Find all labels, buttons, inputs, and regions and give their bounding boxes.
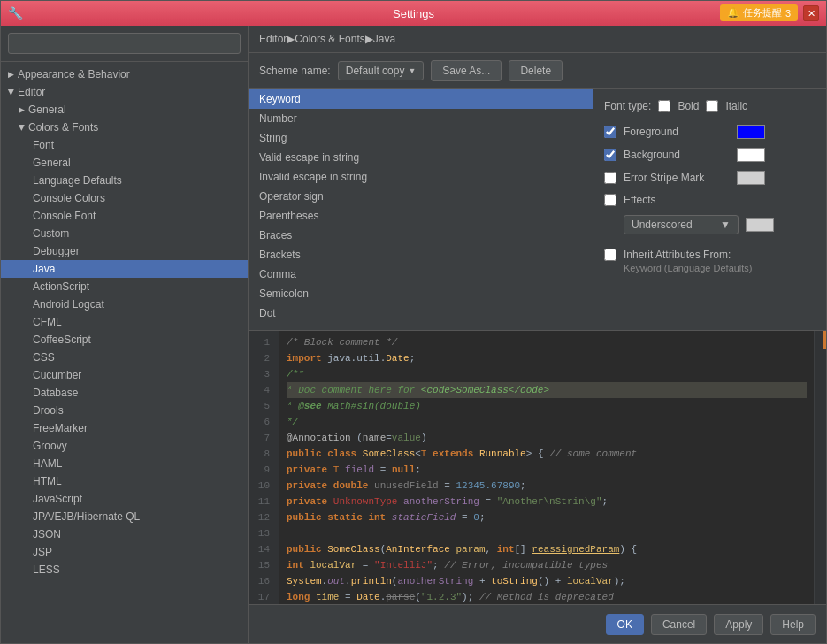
code-area: /* Block comment */ import java.util.Dat… xyxy=(279,331,814,604)
error-stripe-color-swatch[interactable] xyxy=(737,171,765,185)
breadcrumb: Editor ▶ Colors & Fonts ▶ Java xyxy=(249,26,826,53)
list-item-brackets[interactable]: Brackets xyxy=(249,245,593,264)
code-line-15: int localVar = "IntelliJ"; // Error, inc… xyxy=(287,557,807,573)
code-line-5: * @see Math#sin(double) xyxy=(287,398,807,414)
bold-label: Bold xyxy=(678,100,699,112)
delete-button[interactable]: Delete xyxy=(509,60,563,81)
sidebar-item-label: Editor xyxy=(18,86,45,98)
sidebar-item-general2[interactable]: General xyxy=(1,154,248,172)
sidebar-item-console-colors[interactable]: Console Colors xyxy=(1,189,248,207)
code-line-9: private T field = null; xyxy=(287,462,807,478)
ok-button[interactable]: OK xyxy=(606,614,644,635)
sidebar-item-label: Custom xyxy=(33,227,69,240)
sidebar-item-groovy[interactable]: Groovy xyxy=(1,437,248,455)
sidebar-item-label: JSON xyxy=(33,528,61,540)
close-button[interactable]: ✕ xyxy=(803,5,819,21)
font-type-label: Font type: xyxy=(604,100,651,112)
italic-checkbox[interactable] xyxy=(706,100,718,112)
sidebar-item-coffeescript[interactable]: CoffeeScript xyxy=(1,331,248,349)
sidebar-item-label: Drools xyxy=(33,404,64,417)
list-item-invalid-escape[interactable]: Invalid escape in string xyxy=(249,167,593,187)
code-line-14: public SomeClass(AnInterface param, int[… xyxy=(287,541,807,557)
sidebar-item-freemarker[interactable]: FreeMarker xyxy=(1,419,248,437)
sidebar-item-custom[interactable]: Custom xyxy=(1,225,248,242)
save-as-button[interactable]: Save As... xyxy=(431,60,502,81)
sidebar-item-editor[interactable]: ▶ Editor xyxy=(1,83,248,101)
underscored-label: Underscored xyxy=(632,218,693,231)
inherit-checkbox[interactable] xyxy=(604,249,616,261)
list-item-string[interactable]: String xyxy=(249,128,593,148)
breadcrumb-editor: Editor xyxy=(259,33,287,45)
sidebar-item-javascript[interactable]: JavaScript xyxy=(1,490,248,508)
sidebar-item-cfml[interactable]: CFML xyxy=(1,313,248,331)
list-item-dot[interactable]: Dot xyxy=(249,303,593,323)
sidebar-item-label: Console Colors xyxy=(33,192,105,204)
sidebar-item-colors-fonts[interactable]: ▶ Colors & Fonts xyxy=(1,119,248,136)
sidebar-item-label: Java xyxy=(33,263,55,275)
list-item-valid-escape[interactable]: Valid escape in string xyxy=(249,148,593,167)
effects-dropdown-row: Underscored ▼ xyxy=(624,215,816,234)
content-area: ▶ Appearance & Behavior ▶ Editor ▶ Gener… xyxy=(1,26,826,643)
inherit-from: Keyword (Language Defaults) xyxy=(624,263,816,273)
code-line-12: public static int staticField = 0; xyxy=(287,510,807,525)
background-checkbox[interactable] xyxy=(604,149,616,161)
sidebar-item-label: HTML xyxy=(33,475,62,487)
line-num: 11 xyxy=(249,494,273,510)
sidebar-item-jpa[interactable]: JPA/EJB/Hibernate QL xyxy=(1,508,248,525)
right-panel: Editor ▶ Colors & Fonts ▶ Java Scheme na… xyxy=(249,26,826,643)
foreground-color-swatch[interactable] xyxy=(737,125,765,139)
apply-button[interactable]: Apply xyxy=(714,614,763,635)
sidebar-item-database[interactable]: Database xyxy=(1,384,248,402)
sidebar-item-label: JSP xyxy=(33,546,52,558)
list-item-number[interactable]: Number xyxy=(249,109,593,128)
notification-widget[interactable]: 🔔 任务提醒 3 xyxy=(720,4,798,21)
sidebar-item-haml[interactable]: HAML xyxy=(1,455,248,472)
effects-dropdown[interactable]: Underscored ▼ xyxy=(624,215,739,234)
sidebar-item-console-font[interactable]: Console Font xyxy=(1,207,248,225)
list-item-comma[interactable]: Comma xyxy=(249,264,593,284)
sidebar-item-css[interactable]: CSS xyxy=(1,349,248,366)
scheme-row: Scheme name: Default copy ▼ Save As... D… xyxy=(249,53,826,89)
sidebar-item-less[interactable]: LESS xyxy=(1,561,248,579)
scheme-current-value: Default copy xyxy=(346,65,405,77)
foreground-checkbox[interactable] xyxy=(604,126,616,138)
sidebar-item-drools[interactable]: Drools xyxy=(1,402,248,419)
effects-checkbox[interactable] xyxy=(604,194,616,206)
background-color-swatch[interactable] xyxy=(737,148,765,162)
error-stripe-checkbox[interactable] xyxy=(604,172,616,184)
sidebar-item-general[interactable]: ▶ General xyxy=(1,101,248,119)
effects-color-swatch[interactable] xyxy=(746,218,774,232)
list-item-semicolon[interactable]: Semicolon xyxy=(249,284,593,303)
cancel-button[interactable]: Cancel xyxy=(651,614,707,635)
list-item-keyword[interactable]: Keyword xyxy=(249,89,593,109)
sidebar-item-jsp[interactable]: JSP xyxy=(1,543,248,561)
breadcrumb-sep-1: ▶ xyxy=(287,33,295,45)
sidebar-item-label: Android Logcat xyxy=(33,298,104,310)
sidebar-item-font[interactable]: Font xyxy=(1,136,248,154)
sidebar-item-language-defaults[interactable]: Language Defaults xyxy=(1,172,248,189)
list-item-operator[interactable]: Operator sign xyxy=(249,187,593,206)
line-num: 5 xyxy=(249,398,273,414)
code-scrollbar[interactable] xyxy=(814,331,826,604)
sidebar-item-java[interactable]: Java xyxy=(1,260,248,278)
sidebar-item-html[interactable]: HTML xyxy=(1,472,248,490)
line-num: 14 xyxy=(249,541,273,557)
help-button[interactable]: Help xyxy=(770,614,816,635)
sidebar-item-android-logcat[interactable]: Android Logcat xyxy=(1,295,248,313)
notification-icon: 🔔 xyxy=(727,7,739,19)
bold-checkbox[interactable] xyxy=(658,100,670,112)
settings-window: 🔧 Settings ✕ 🔔 任务提醒 3 ▶ Appearance & Beh… xyxy=(0,0,827,644)
search-input[interactable] xyxy=(8,33,241,54)
sidebar-item-actionscript[interactable]: ActionScript xyxy=(1,278,248,295)
scheme-dropdown[interactable]: Default copy ▼ xyxy=(338,61,425,80)
list-item-braces[interactable]: Braces xyxy=(249,226,593,245)
breadcrumb-colors-fonts: Colors & Fonts xyxy=(295,33,364,45)
sidebar-item-label: Database xyxy=(33,387,78,399)
list-item-parentheses[interactable]: Parentheses xyxy=(249,206,593,226)
sidebar-item-json[interactable]: JSON xyxy=(1,525,248,543)
sidebar-item-cucumber[interactable]: Cucumber xyxy=(1,366,248,384)
sidebar-item-appearance[interactable]: ▶ Appearance & Behavior xyxy=(1,65,248,83)
bottom-bar: OK Cancel Apply Help xyxy=(249,604,826,643)
sidebar-item-debugger[interactable]: Debugger xyxy=(1,242,248,260)
line-num: 7 xyxy=(249,430,273,446)
